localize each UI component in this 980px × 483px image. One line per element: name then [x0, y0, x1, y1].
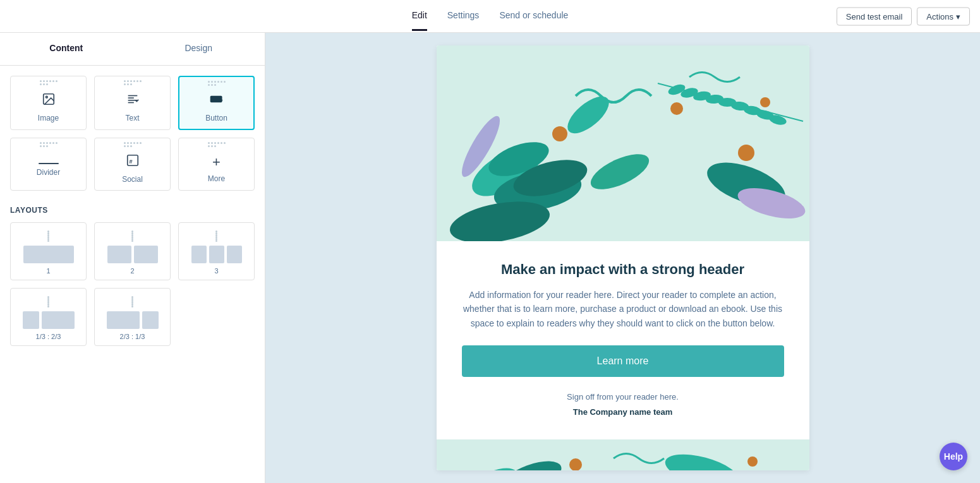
layout-preview-1-3 — [23, 311, 75, 329]
drag-handle-layout-2 — [131, 230, 133, 242]
layout-2-label: 2 — [130, 267, 134, 275]
layout-1-3-label: 1/3 : 2/3 — [36, 333, 61, 340]
svg-text:#: # — [129, 158, 132, 165]
more-label: More — [208, 174, 225, 183]
actions-chevron-icon: ▾ — [956, 11, 960, 21]
canvas-area: Make an impact with a strong header Add … — [265, 33, 980, 483]
drag-handle-more — [208, 142, 226, 147]
content-item-button[interactable]: Button — [178, 76, 255, 130]
drag-handle-layout-3 — [215, 230, 217, 242]
layout-item-1-3-2-3[interactable]: 1/3 : 2/3 — [10, 288, 87, 346]
sidebar-tabs: Content Design — [0, 33, 265, 66]
topbar-tabs: Edit Settings Send or schedule — [412, 1, 569, 31]
email-cta-button[interactable]: Learn more — [462, 345, 784, 377]
image-label: Image — [38, 114, 59, 122]
text-icon — [126, 92, 140, 110]
image-icon — [42, 92, 56, 110]
svg-point-1 — [45, 96, 47, 98]
layout-3-label: 3 — [214, 267, 218, 275]
email-headline: Make an impact with a strong header — [462, 261, 784, 278]
content-blocks-grid: Image Text — [0, 66, 265, 201]
svg-point-15 — [552, 126, 567, 141]
drag-handle-layout-1-3 — [47, 296, 49, 307]
layout-1-label: 1 — [46, 267, 50, 275]
tab-send[interactable]: Send or schedule — [499, 1, 568, 31]
content-item-divider[interactable]: Divider — [10, 138, 87, 191]
drag-handle-text — [124, 80, 142, 85]
drag-handle-social — [124, 142, 142, 147]
layouts-grid: 1 2 — [0, 217, 265, 356]
divider-label: Divider — [37, 168, 60, 177]
sidebar-tab-design[interactable]: Design — [133, 33, 265, 65]
button-icon — [209, 92, 224, 110]
topbar: Edit Settings Send or schedule Send test… — [0, 0, 980, 33]
layout-preview-3 — [191, 246, 242, 263]
button-label: Button — [205, 114, 227, 122]
drag-handle-layout-1 — [47, 230, 49, 242]
svg-point-18 — [760, 97, 770, 107]
social-icon: # — [126, 153, 140, 171]
layout-preview-2-3 — [107, 311, 159, 329]
send-test-email-button[interactable]: Send test email — [837, 7, 912, 25]
layout-preview-1 — [23, 246, 74, 263]
drag-handle-image — [40, 80, 57, 85]
actions-button[interactable]: Actions ▾ — [917, 7, 970, 25]
content-item-more[interactable]: + More — [178, 138, 255, 191]
main-layout: Content Design Image — [0, 33, 980, 483]
social-label: Social — [122, 175, 143, 184]
email-paragraph: Add information for your reader here. Di… — [462, 288, 784, 330]
divider-icon — [39, 163, 59, 164]
drag-handle-button — [208, 81, 226, 86]
email-hero — [437, 45, 809, 241]
svg-point-39 — [747, 456, 758, 467]
email-card: Make an impact with a strong header Add … — [437, 45, 809, 470]
email-body: Make an impact with a strong header Add … — [437, 241, 809, 439]
tab-settings[interactable]: Settings — [447, 1, 480, 31]
email-signoff-line1: Sign off from your reader here. — [462, 390, 784, 404]
drag-handle-divider — [40, 142, 57, 147]
svg-point-16 — [670, 102, 683, 115]
layout-item-2[interactable]: 2 — [94, 222, 171, 280]
more-icon: + — [212, 154, 221, 170]
layout-item-2-3-1-3[interactable]: 2/3 : 1/3 — [94, 288, 171, 346]
svg-point-17 — [738, 145, 754, 161]
email-signoff: Sign off from your reader here. The Comp… — [462, 390, 784, 419]
layout-item-1[interactable]: 1 — [10, 222, 87, 280]
layout-item-3[interactable]: 3 — [178, 222, 255, 280]
layout-preview-2 — [107, 246, 158, 263]
text-label: Text — [125, 114, 139, 122]
actions-label: Actions — [926, 11, 953, 21]
sidebar-tab-content[interactable]: Content — [0, 33, 133, 65]
tab-edit[interactable]: Edit — [412, 1, 427, 31]
topbar-actions: Send test email Actions ▾ — [837, 7, 970, 25]
email-signoff-line2: The Company name team — [462, 405, 784, 419]
content-item-social[interactable]: # Social — [94, 138, 171, 191]
content-item-image[interactable]: Image — [10, 76, 87, 130]
help-button[interactable]: Help — [940, 443, 967, 470]
sidebar: Content Design Image — [0, 33, 265, 483]
layout-2-3-label: 2/3 : 1/3 — [120, 333, 145, 340]
drag-handle-layout-2-3 — [131, 296, 133, 307]
email-footer-image — [437, 439, 809, 470]
content-item-text[interactable]: Text — [94, 76, 171, 130]
layouts-section-label: LAYOUTS — [0, 201, 265, 217]
